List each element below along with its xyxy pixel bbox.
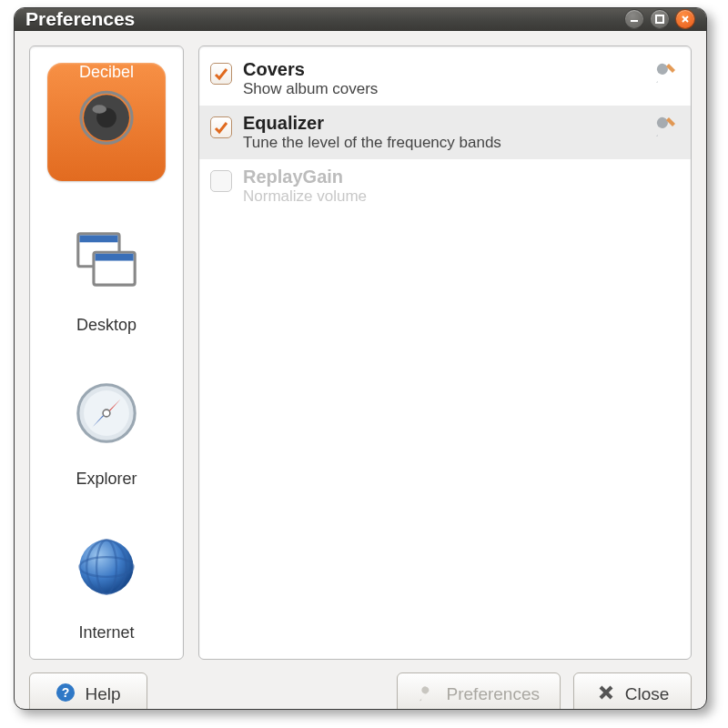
sidebar-item-label: Internet (78, 623, 134, 642)
wrench-icon[interactable] (652, 59, 680, 86)
svg-text:?: ? (62, 685, 70, 700)
plugin-desc: Normalize volume (243, 187, 680, 206)
checkbox-covers[interactable] (210, 63, 232, 85)
sidebar-item-internet[interactable]: Internet (41, 518, 172, 642)
plugin-row-equalizer[interactable]: Equalizer Tune the level of the frequenc… (199, 106, 691, 159)
wrench-icon (418, 682, 438, 707)
footer: ? Help Preferences Close (15, 660, 706, 710)
plugin-desc: Tune the level of the frequency bands (243, 134, 642, 152)
plugin-list: Covers Show album covers Equalizer Tune … (198, 46, 692, 660)
sidebar-item-label: Desktop (76, 316, 136, 335)
checkbox-equalizer[interactable] (210, 116, 232, 138)
close-icon (596, 682, 616, 707)
help-button[interactable]: ? Help (29, 672, 147, 710)
svg-point-16 (103, 410, 110, 417)
help-icon: ? (56, 682, 76, 707)
body: Decibel Desktop (15, 31, 706, 660)
sidebar-item-explorer[interactable]: Explorer (41, 364, 172, 489)
sidebar-item-label: Explorer (76, 470, 136, 489)
sidebar-item-label: Decibel (79, 63, 134, 172)
close-button[interactable]: Close (573, 672, 692, 710)
maximize-button[interactable] (650, 9, 670, 29)
sidebar-item-decibel[interactable]: Decibel (41, 63, 172, 181)
plugin-row-replaygain: ReplayGain Normalize volume (199, 159, 691, 213)
globe-icon (57, 518, 156, 616)
desktop-icon (57, 210, 156, 308)
plugin-title: ReplayGain (243, 167, 680, 187)
plugin-row-covers[interactable]: Covers Show album covers (199, 52, 691, 106)
preferences-label: Preferences (447, 684, 540, 704)
svg-rect-1 (656, 15, 663, 23)
window-title: Preferences (25, 8, 619, 30)
plugin-desc: Show album covers (243, 80, 642, 98)
plugin-title: Covers (243, 59, 642, 80)
plugin-title: Equalizer (243, 113, 642, 134)
close-label: Close (625, 684, 670, 704)
svg-rect-11 (96, 254, 134, 261)
preferences-window: Preferences Decibel (14, 7, 707, 710)
checkbox-replaygain (210, 170, 232, 192)
category-sidebar: Decibel Desktop (29, 46, 184, 660)
preferences-button: Preferences (397, 672, 561, 710)
close-window-button[interactable] (675, 9, 695, 29)
titlebar: Preferences (15, 8, 706, 31)
compass-icon (57, 364, 156, 462)
minimize-button[interactable] (624, 9, 644, 29)
svg-rect-9 (79, 235, 117, 242)
sidebar-item-desktop[interactable]: Desktop (41, 210, 172, 335)
wrench-icon[interactable] (652, 113, 680, 140)
help-label: Help (85, 684, 120, 704)
